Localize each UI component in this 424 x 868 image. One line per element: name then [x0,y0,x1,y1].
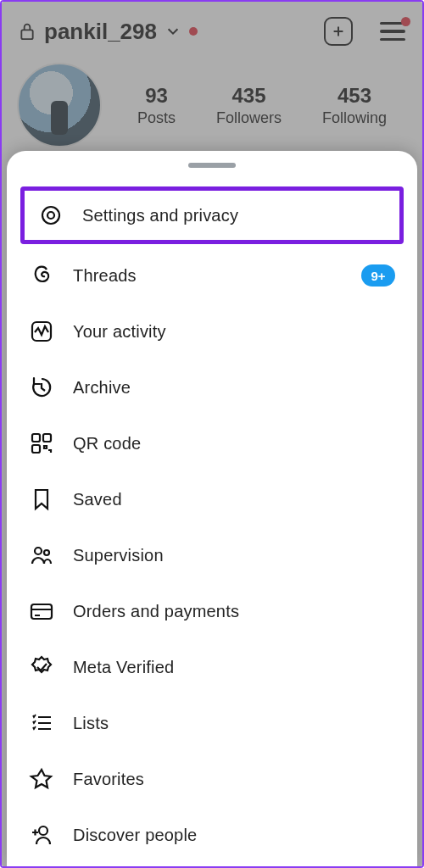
svg-point-10 [39,826,47,835]
svg-rect-6 [32,445,40,453]
menu-item-label: Meta Verified [73,658,174,677]
add-person-icon [29,822,54,848]
menu-item-supervision[interactable]: Supervision [15,527,409,583]
threads-badge: 9+ [361,264,395,287]
menu-item-label: Supervision [73,546,164,565]
menu-item-archive[interactable]: Archive [15,359,409,415]
gear-icon [38,203,64,228]
menu-item-label: Orders and payments [73,602,239,621]
menu-item-your-activity[interactable]: Your activity [15,303,409,359]
sheet-handle[interactable] [188,163,236,168]
verified-icon [29,654,54,680]
svg-rect-9 [31,604,52,619]
archive-icon [29,375,54,400]
svg-point-8 [44,550,49,555]
svg-rect-5 [43,434,51,442]
menu-item-meta-verified[interactable]: Meta Verified [15,639,409,695]
activity-icon [29,319,54,344]
list-icon [29,710,54,736]
svg-point-7 [35,548,42,554]
qr-code-icon [29,431,54,456]
menu-item-label: Threads [73,266,137,286]
menu-item-saved[interactable]: Saved [15,471,409,527]
menu-item-orders-and-payments[interactable]: Orders and payments [15,583,409,639]
star-icon [29,766,54,792]
menu-item-label: QR code [73,434,141,453]
menu-item-qr-code[interactable]: QR code [15,415,409,471]
menu-item-label: Your activity [73,322,166,342]
menu-item-lists[interactable]: Lists [15,695,409,751]
menu-item-label: Lists [73,714,109,733]
credit-card-icon [29,598,54,624]
svg-point-2 [47,212,54,219]
bookmark-icon [29,487,54,512]
svg-rect-4 [32,434,40,442]
menu-item-settings-and-privacy[interactable]: Settings and privacy [20,186,404,244]
svg-point-1 [42,207,59,224]
menu-item-label: Discover people [73,826,197,845]
menu-item-label: Settings and privacy [82,206,238,225]
menu-item-label: Archive [73,378,131,398]
threads-icon [29,263,54,288]
menu-sheet: Settings and privacy Threads 9+ Your act… [7,151,417,866]
menu-item-favorites[interactable]: Favorites [15,751,409,807]
menu-item-threads[interactable]: Threads 9+ [15,248,409,303]
menu-item-label: Favorites [73,770,144,789]
menu-item-label: Saved [73,490,122,509]
menu-item-discover-people[interactable]: Discover people [15,807,409,863]
supervision-icon [29,542,54,568]
